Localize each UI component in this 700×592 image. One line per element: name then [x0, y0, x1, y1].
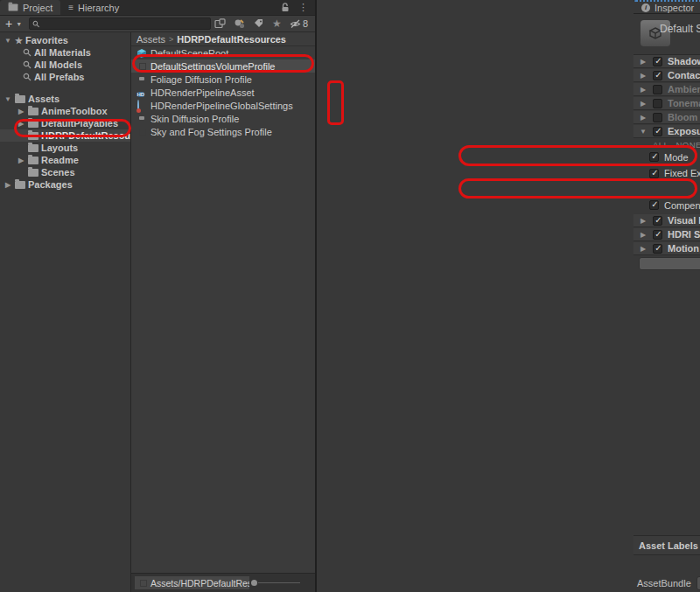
foldout-icon[interactable]: ▶ [639, 245, 648, 253]
override-checkbox[interactable] [653, 85, 662, 94]
asset-row-selected[interactable]: DefaultSettingsVolumeProfile [131, 59, 315, 73]
menu-icon[interactable]: ⋮ [298, 3, 308, 12]
foldout-icon[interactable]: ▶ [639, 217, 648, 225]
tree-item-all-models[interactable]: All Models [0, 59, 130, 71]
override-checkbox[interactable] [653, 57, 662, 66]
foldout-icon[interactable]: ▶ [639, 114, 648, 122]
selected-asset-path: Assets/HDRPDefaultReso [135, 576, 249, 589]
assetbundle-dropdown[interactable]: None ▼ [696, 576, 700, 590]
thumbnail-zoom-slider-handle[interactable] [251, 580, 257, 586]
tab-hierarchy[interactable]: ≡ Hierarchy [60, 0, 127, 15]
tree-label: HDRPDefaultResource [41, 130, 145, 141]
override-row-ambient-occlusion[interactable]: ▶ Ambient Occlusion ?⋮ [634, 83, 700, 96]
tree-item-all-prefabs[interactable]: All Prefabs [0, 71, 130, 83]
asset-store-icon[interactable] [234, 18, 246, 30]
tree-item-all-materials[interactable]: All Materials [0, 46, 130, 59]
exposure-all-none: ALL NONE [634, 139, 700, 150]
tree-item-packages[interactable]: ▶ Packages [0, 178, 130, 191]
breadcrumb-root[interactable]: Assets [136, 34, 165, 45]
folder-icon [28, 120, 38, 128]
override-row-shadows[interactable]: ▶ Shadows ?⋮ [634, 55, 700, 68]
none-button[interactable]: NONE [676, 140, 700, 150]
add-override-button[interactable]: Add Override [639, 257, 700, 270]
asset-labels-header[interactable]: Asset Labels [634, 536, 700, 555]
tree-label: DefaultPlayables [41, 118, 118, 129]
asset-row[interactable]: HDRenderPipelineGlobalSettings [131, 99, 315, 112]
tree-item-layouts[interactable]: Layouts [0, 142, 130, 154]
asset-name: Skin Diffusion Profile [150, 114, 239, 124]
override-row-hdri-sky[interactable]: ▶ HDRI Sky ?⋮ [634, 228, 700, 241]
global-settings-icon [136, 101, 147, 111]
foldout-icon[interactable]: ▶ [639, 100, 648, 108]
tree-item-animetoolbox[interactable]: ▶ AnimeToolbox [0, 105, 130, 117]
tree-item-favorites[interactable]: ▼ ★ Favorites [0, 34, 130, 46]
compensation-label: Compensation [664, 200, 700, 211]
tab-project[interactable]: Project [0, 0, 60, 15]
inspector-title: Default Settings Volume Profile (Volume … [660, 23, 700, 35]
tree-item-readme[interactable]: ▶ Readme [0, 154, 130, 166]
override-checkbox[interactable] [653, 71, 662, 80]
foldout-icon[interactable]: ▶ [17, 108, 25, 115]
override-row-contact-shadows[interactable]: ▶ Contact Shadows ?⋮ [634, 69, 700, 82]
foldout-icon[interactable]: ▶ [639, 58, 648, 66]
search-input[interactable] [43, 19, 208, 29]
compensation-checkbox[interactable] [649, 200, 659, 210]
tree-item-assets[interactable]: ▼ Assets [0, 93, 130, 105]
foldout-open-icon[interactable]: ▼ [639, 128, 648, 136]
asset-row[interactable]: DefaultSceneRoot [131, 46, 315, 59]
override-row-exposure[interactable]: ▼ Exposure ?⋮ [634, 125, 700, 138]
fixed-exposure-checkbox[interactable] [649, 169, 659, 178]
search-in-window-icon[interactable] [214, 18, 226, 29]
foldout-icon[interactable]: ▶ [17, 157, 25, 164]
foldout-icon[interactable]: ▶ [639, 72, 648, 80]
foldout-open-icon[interactable]: ▼ [4, 37, 12, 45]
search-box[interactable] [29, 17, 211, 30]
asset-name: HDRenderPipelineAsset [150, 87, 255, 98]
folder-icon [9, 3, 18, 10]
override-name: Shadows [668, 56, 700, 66]
lock-icon[interactable] [281, 3, 290, 12]
label-filter-icon[interactable] [254, 18, 264, 29]
asset-row[interactable]: Foliage Diffusion Profile [131, 73, 315, 86]
all-button[interactable]: ALL [653, 140, 668, 150]
override-checkbox[interactable] [653, 244, 662, 254]
folder-icon [28, 144, 38, 152]
asset-row[interactable]: HD HDRenderPipelineAsset [131, 86, 315, 99]
hidden-count-toggle[interactable]: 8 [290, 18, 308, 29]
override-checkbox[interactable] [653, 99, 662, 108]
info-icon: i [641, 3, 650, 12]
override-name: Tonemapping [668, 98, 700, 108]
asset-row[interactable]: Skin Diffusion Profile [131, 112, 315, 125]
override-row-bloom[interactable]: ▶ Bloom ?⋮ [634, 111, 700, 124]
foldout-icon[interactable]: ▶ [639, 86, 648, 94]
project-panel: Project ≡ Hierarchy ⋮ + ▼ [0, 0, 315, 592]
override-checkbox[interactable] [653, 113, 662, 122]
override-row-motion-blur[interactable]: ▶ Motion Blur ?⋮ [634, 242, 700, 255]
tree-item-defaultplayables[interactable]: ▶ DefaultPlayables [0, 117, 130, 129]
tree-item-scenes[interactable]: Scenes [0, 166, 130, 178]
project-folder-tree: ▼ ★ Favorites All Materials All Models [0, 32, 130, 573]
override-name: Motion Blur [668, 243, 700, 254]
foldout-icon[interactable]: ▶ [17, 120, 25, 128]
override-checkbox[interactable] [653, 127, 662, 136]
foldout-icon[interactable]: ▶ [4, 181, 12, 189]
asset-row[interactable]: Sky and Fog Settings Profile [131, 125, 315, 138]
override-checkbox[interactable] [653, 216, 662, 226]
tree-label: All Models [34, 59, 82, 70]
tab-inspector[interactable]: i Inspector [634, 0, 700, 13]
foldout-icon[interactable]: ▶ [639, 231, 648, 239]
override-checkbox[interactable] [653, 230, 662, 240]
tree-label: Packages [28, 179, 73, 190]
thumbnail-zoom-slider-track[interactable] [258, 582, 300, 583]
favorite-filter-icon[interactable]: ★ [272, 17, 282, 30]
breadcrumb-separator-icon: > [169, 35, 173, 44]
override-row-tonemapping[interactable]: ▶ Tonemapping ?⋮ [634, 97, 700, 110]
add-asset-caret-icon[interactable]: ▼ [16, 21, 22, 27]
add-asset-button[interactable]: + [5, 17, 12, 30]
breadcrumb-current[interactable]: HDRPDefaultResources [177, 34, 286, 45]
asset-name: Foliage Diffusion Profile [150, 74, 252, 85]
override-row-visual-environment[interactable]: ▶ Visual Environment ?⋮ [634, 214, 700, 227]
foldout-open-icon[interactable]: ▼ [4, 95, 12, 103]
mode-checkbox[interactable] [649, 152, 659, 162]
tree-item-hdrpdefaultresource[interactable]: HDRPDefaultResource [0, 129, 130, 142]
